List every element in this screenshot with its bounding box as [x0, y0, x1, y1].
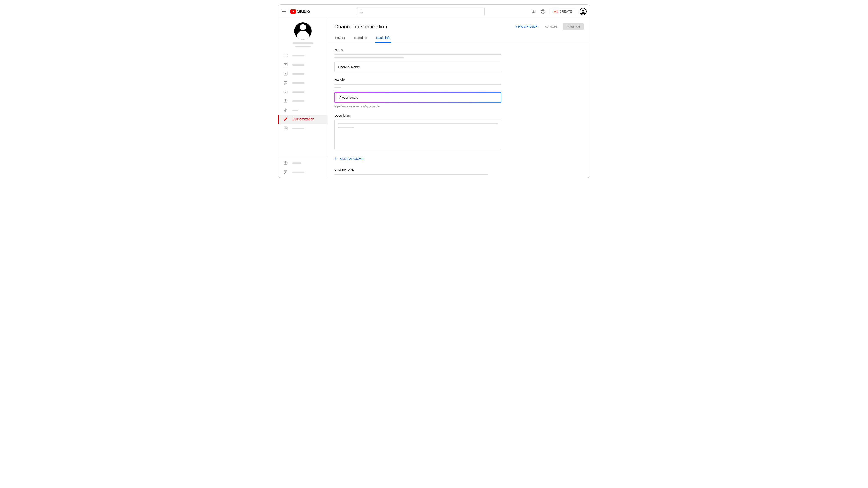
- sidebar-item-customization[interactable]: Customization: [278, 115, 328, 124]
- create-video-icon: [553, 10, 558, 13]
- search-input[interactable]: [356, 7, 485, 16]
- sidebar-item-settings[interactable]: [278, 159, 328, 168]
- chat-icon[interactable]: [531, 9, 536, 14]
- page-title: Channel customization: [334, 24, 387, 30]
- svg-rect-10: [284, 54, 285, 55]
- sidebar-item-earn[interactable]: [278, 106, 328, 115]
- sidebar-item-content[interactable]: [278, 60, 328, 69]
- handle-highlight: @yourhandle: [334, 92, 501, 103]
- audio-library-icon: [283, 126, 288, 131]
- sidebar-item-copyright[interactable]: [278, 97, 328, 106]
- dashboard-icon: [283, 53, 288, 58]
- description-label: Description: [334, 113, 501, 117]
- app-body: Customization: [278, 19, 590, 177]
- help-icon[interactable]: [540, 9, 546, 14]
- youtube-icon: [290, 9, 296, 14]
- create-button[interactable]: CREATE: [550, 8, 575, 15]
- logo-text: Studio: [297, 9, 310, 14]
- settings-icon: [283, 161, 288, 165]
- feedback-icon: [283, 170, 288, 174]
- content-icon: [283, 62, 288, 67]
- tab-basic-info[interactable]: Basic info: [375, 33, 391, 43]
- channel-avatar[interactable]: [294, 22, 312, 40]
- sidebar-item-dashboard[interactable]: [278, 51, 328, 60]
- handle-url-hint: https://www.youtube.com/@yourhandle: [334, 105, 501, 108]
- handle-input[interactable]: @yourhandle: [335, 93, 501, 102]
- copyright-icon: [283, 99, 288, 103]
- sidebar-item-label: Customization: [292, 117, 314, 121]
- main-content: Channel customization VIEW CHANNEL CANCE…: [328, 19, 590, 177]
- name-input[interactable]: Channel Name: [334, 62, 501, 72]
- channel-url-label: Channel URL: [334, 168, 501, 171]
- sidebar-item-audio-library[interactable]: [278, 124, 328, 133]
- svg-rect-21: [284, 91, 287, 93]
- name-label: Name: [334, 48, 501, 52]
- app-header: Studio CREATE: [278, 5, 590, 19]
- svg-line-1: [362, 12, 363, 13]
- studio-logo[interactable]: Studio: [290, 9, 310, 14]
- svg-rect-11: [286, 54, 287, 55]
- sidebar-item-feedback[interactable]: [278, 168, 328, 177]
- handle-section: Handle @yourhandle https://www.youtube.c…: [334, 78, 501, 108]
- svg-rect-27: [284, 127, 287, 130]
- svg-point-0: [360, 10, 362, 12]
- monetization-icon: [283, 108, 288, 112]
- plus-icon: +: [334, 156, 337, 161]
- view-channel-button[interactable]: VIEW CHANNEL: [514, 23, 540, 30]
- create-label: CREATE: [559, 10, 572, 13]
- account-avatar[interactable]: [580, 8, 587, 15]
- publish-button: PUBLISH: [563, 23, 584, 30]
- tab-layout[interactable]: Layout: [334, 33, 346, 43]
- description-section: Description: [334, 113, 501, 150]
- customization-icon: [283, 117, 288, 122]
- app-window: Studio CREATE: [278, 4, 590, 178]
- tabs: Layout Branding Basic info: [334, 33, 584, 43]
- sidebar-item-subtitles[interactable]: [278, 88, 328, 97]
- svg-point-30: [285, 163, 286, 164]
- sidebar-item-comments[interactable]: [278, 78, 328, 88]
- add-language-label: ADD LANGUAGE: [340, 157, 365, 161]
- sidebar: Customization: [278, 19, 328, 177]
- svg-rect-12: [284, 56, 285, 57]
- svg-point-9: [582, 9, 584, 11]
- description-input[interactable]: [334, 120, 501, 150]
- add-language-row: + ADD LANGUAGE: [334, 156, 501, 162]
- menu-icon[interactable]: [281, 9, 287, 14]
- add-language-button[interactable]: + ADD LANGUAGE: [334, 156, 501, 162]
- channel-url-section: Channel URL https://www.youtube.com/chan…: [334, 168, 501, 177]
- svg-point-28: [285, 129, 285, 129]
- sidebar-item-analytics[interactable]: [278, 69, 328, 78]
- analytics-icon: [283, 71, 288, 76]
- svg-point-26: [284, 100, 287, 103]
- name-section: Name Channel Name: [334, 48, 501, 72]
- svg-rect-13: [286, 56, 287, 57]
- cancel-button[interactable]: CANCEL: [544, 23, 559, 30]
- search-icon: [359, 9, 363, 13]
- handle-label: Handle: [334, 78, 501, 82]
- subtitles-icon: [283, 90, 288, 94]
- comments-icon: [283, 80, 288, 85]
- tab-branding[interactable]: Branding: [353, 33, 368, 43]
- svg-point-29: [286, 128, 286, 129]
